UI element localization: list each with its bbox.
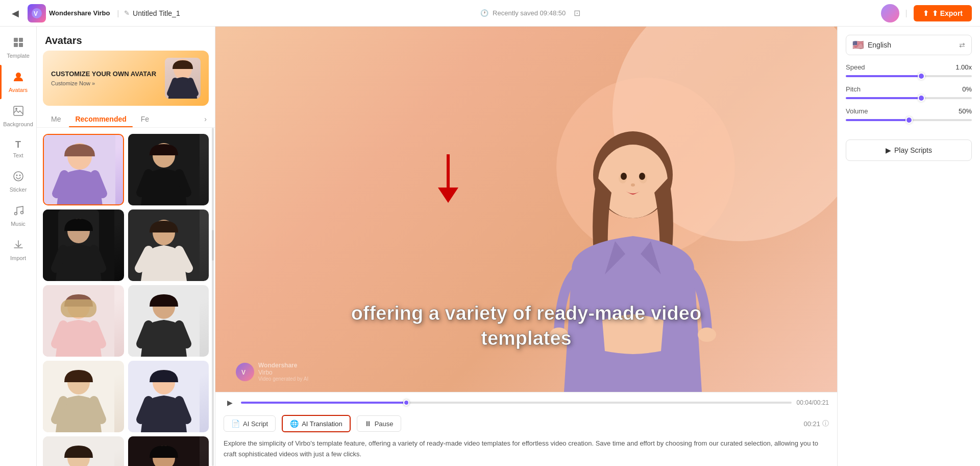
- svg-rect-36: [61, 299, 96, 317]
- avatar-card[interactable]: [128, 209, 209, 281]
- svg-point-13: [20, 212, 23, 214]
- app-logo-icon: V: [28, 4, 46, 22]
- timeline-thumb[interactable]: [403, 400, 409, 406]
- avatar-card[interactable]: [128, 361, 209, 432]
- svg-point-12: [14, 213, 17, 215]
- avatar-tabs: Me Recommended Fe ›: [37, 111, 215, 128]
- tabs-arrow[interactable]: ›: [204, 115, 207, 123]
- sidebar-item-import[interactable]: Import: [0, 233, 36, 267]
- topbar-left: ◀ V Wondershare Virbo | ✎ Untitled Title…: [8, 4, 180, 22]
- play-scripts-button[interactable]: ▶ Play Scripts: [846, 139, 972, 161]
- clock-icon: 🕐: [480, 9, 488, 17]
- video-subtitle: offering a variety of ready-made video t…: [348, 301, 705, 352]
- avatars-panel: Avatars CUSTOMIZE YOUR OWN AVATAR Custom…: [37, 27, 215, 466]
- play-scripts-icon: ▶: [886, 146, 891, 154]
- tab-fe[interactable]: Fe: [135, 111, 155, 127]
- ai-translation-icon: 🌐: [290, 420, 299, 428]
- customize-banner-text: CUSTOMIZE YOUR OWN AVATAR Customize Now …: [51, 70, 156, 87]
- avatar-card[interactable]: [128, 436, 209, 466]
- avatar-card[interactable]: [43, 209, 124, 281]
- volume-thumb[interactable]: [905, 116, 913, 124]
- svg-marker-71: [438, 188, 458, 203]
- arrow-down-svg: [433, 154, 463, 205]
- sidebar-item-template[interactable]: Template: [0, 31, 36, 65]
- volume-label: Volume 50%: [846, 107, 972, 115]
- speed-control: Speed 1.00x: [846, 63, 972, 77]
- sidebar-item-background[interactable]: Background: [0, 99, 36, 133]
- sidebar-item-music[interactable]: Music: [0, 199, 36, 233]
- customize-cta[interactable]: Customize Now »: [51, 80, 156, 86]
- duration-info-icon: ⓘ: [822, 419, 829, 428]
- speed-slider[interactable]: [846, 75, 972, 77]
- volume-slider[interactable]: [846, 119, 972, 121]
- time-display: 00:04/00:21: [797, 399, 829, 406]
- ai-translation-button[interactable]: 🌐 AI Translation: [282, 415, 351, 432]
- video-controls: ▶ 00:04/00:21 📄 AI Script 🌐 AI Translati…: [215, 392, 837, 466]
- avatars-icon: [13, 71, 24, 85]
- text-icon: T: [15, 139, 21, 150]
- volume-value: 50%: [959, 107, 972, 115]
- pitch-control: Pitch 0%: [846, 85, 972, 99]
- svg-point-6: [16, 73, 21, 78]
- svg-rect-7: [14, 106, 23, 115]
- text-label: Text: [13, 152, 23, 158]
- template-label: Template: [7, 53, 30, 59]
- background-icon: [13, 105, 24, 119]
- avatar-card[interactable]: [43, 361, 124, 432]
- scrollbar[interactable]: [212, 128, 214, 466]
- duration-display: 00:21 ⓘ: [803, 419, 829, 428]
- action-buttons-row: 📄 AI Script 🌐 AI Translation ⏸ Pause 00:…: [224, 411, 829, 434]
- language-selector[interactable]: 🇺🇸 English ⇄: [846, 35, 972, 55]
- pitch-label: Pitch 0%: [846, 85, 972, 93]
- play-button[interactable]: ▶: [224, 397, 236, 409]
- play-scripts-label: Play Scripts: [894, 146, 932, 154]
- language-label: English: [868, 41, 955, 49]
- timeline-progress: [241, 402, 406, 404]
- svg-point-63: [621, 173, 627, 180]
- logo-area: V Wondershare Virbo: [28, 4, 110, 22]
- customize-banner[interactable]: CUSTOMIZE YOUR OWN AVATAR Customize Now …: [43, 51, 209, 106]
- exchange-icon: ⇄: [959, 41, 965, 49]
- export-button[interactable]: ⬆ ⬆ Export: [914, 5, 972, 21]
- arrow-annotation: [433, 154, 463, 205]
- main-content: Template Avatars Background T Text Stick…: [0, 27, 980, 466]
- pause-button[interactable]: ⏸ Pause: [357, 415, 401, 432]
- tab-recommended[interactable]: Recommended: [69, 111, 132, 127]
- avatar-grid: [37, 128, 215, 466]
- svg-text:V: V: [34, 10, 38, 17]
- layout-icon[interactable]: ⊡: [574, 8, 580, 18]
- svg-rect-4: [14, 43, 18, 47]
- back-button[interactable]: ◀: [8, 6, 22, 20]
- topbar-center: 🕐 Recently saved 09:48:50 ⊡: [186, 8, 875, 18]
- presenter-svg: [526, 126, 740, 392]
- ai-script-button[interactable]: 📄 AI Script: [224, 415, 276, 432]
- avatar-card[interactable]: [128, 285, 209, 357]
- speed-value: 1.00x: [955, 63, 972, 71]
- flag-icon: 🇺🇸: [852, 39, 864, 51]
- document-title[interactable]: Untitled Title_1: [133, 9, 180, 17]
- svg-point-65: [631, 183, 635, 187]
- svg-rect-5: [19, 43, 23, 47]
- pitch-thumb[interactable]: [918, 95, 925, 102]
- tab-me[interactable]: Me: [45, 111, 67, 127]
- sidebar-item-text[interactable]: T Text: [0, 133, 36, 165]
- timeline-track[interactable]: [241, 402, 792, 404]
- app-name: Wondershare Virbo: [49, 9, 110, 17]
- avatar-card[interactable]: [43, 436, 124, 466]
- sidebar-item-sticker[interactable]: Sticker: [0, 165, 36, 199]
- sidebar-item-avatars[interactable]: Avatars: [0, 65, 36, 99]
- svg-point-10: [16, 175, 17, 176]
- watermark-logo: V: [236, 363, 254, 381]
- customize-avatar-preview: [165, 58, 201, 99]
- pitch-slider[interactable]: [846, 97, 972, 99]
- speed-fill: [846, 75, 921, 77]
- speed-thumb[interactable]: [918, 73, 925, 80]
- user-avatar[interactable]: [881, 4, 899, 22]
- sticker-label: Sticker: [10, 187, 27, 193]
- customize-title: CUSTOMIZE YOUR OWN AVATAR: [51, 70, 156, 79]
- volume-control: Volume 50%: [846, 107, 972, 121]
- avatar-card[interactable]: [43, 134, 124, 205]
- svg-point-9: [14, 172, 23, 181]
- avatar-card[interactable]: [128, 134, 209, 205]
- avatar-card[interactable]: [43, 285, 124, 357]
